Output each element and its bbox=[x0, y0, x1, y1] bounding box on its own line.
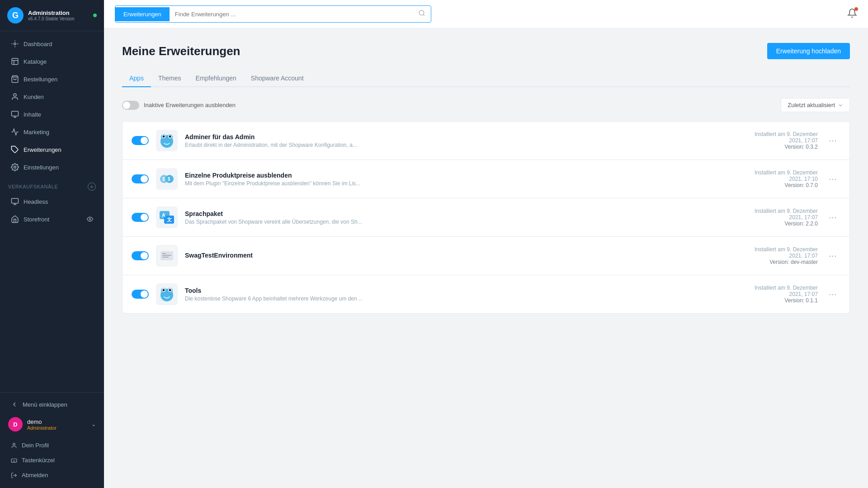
version-label: Version: 0.3.2 bbox=[755, 144, 818, 150]
extension-icon bbox=[156, 130, 178, 151]
extension-card: $ $ Einzelne Produktpreise ausblenden Mi… bbox=[122, 160, 850, 198]
extension-menu-button[interactable]: ⋯ bbox=[825, 134, 840, 147]
translate-icon: A 文 bbox=[158, 208, 176, 226]
sidebar-header: G Administration v6.4.7.0 Stable Version bbox=[0, 0, 104, 31]
user-menu-tastenkuerzel[interactable]: Tastenkürzel bbox=[3, 453, 101, 468]
notification-badge bbox=[854, 7, 858, 11]
extension-menu-button[interactable]: ⋯ bbox=[825, 249, 840, 263]
extension-toggle[interactable] bbox=[132, 213, 149, 222]
extension-name: Einzelne Produktpreise ausblenden bbox=[185, 172, 747, 179]
svg-point-3 bbox=[14, 94, 16, 96]
topbar: Erweiterungen bbox=[104, 0, 868, 28]
tab-themes[interactable]: Themes bbox=[151, 70, 189, 87]
extension-toggle[interactable] bbox=[132, 136, 149, 145]
sidebar-item-label: Bestellungen bbox=[24, 76, 57, 83]
sidebar-item-storefront[interactable]: Storefront bbox=[3, 211, 101, 228]
extension-menu-button[interactable]: ⋯ bbox=[825, 172, 840, 186]
installed-time: 2021, 17:07 bbox=[755, 137, 818, 144]
storefront-icon bbox=[11, 215, 19, 223]
extension-card: Tools Die kostenlose Shopware 6 App bein… bbox=[122, 275, 850, 314]
svg-rect-33 bbox=[162, 255, 171, 256]
extension-info: Einzelne Produktpreise ausblenden Mit de… bbox=[185, 172, 747, 187]
upload-extension-button[interactable]: Erweiterung hochladen bbox=[767, 43, 850, 59]
search-button[interactable] bbox=[413, 6, 431, 22]
sidebar-item-kunden[interactable]: Kunden bbox=[3, 88, 101, 105]
extension-description: Die kostenlose Shopware 6 App beinhaltet… bbox=[185, 296, 747, 302]
svg-rect-9 bbox=[12, 198, 19, 203]
svg-point-22 bbox=[169, 136, 171, 138]
sales-channels-section: Verkaufskanäle + bbox=[0, 176, 104, 192]
user-menu-profil[interactable]: Dein Profil bbox=[3, 438, 101, 453]
extension-toggle[interactable] bbox=[132, 251, 149, 260]
sidebar-item-dashboard[interactable]: Dashboard bbox=[3, 35, 101, 52]
extension-name: Adminer für das Admin bbox=[185, 133, 747, 141]
sidebar-item-label: Kunden bbox=[24, 94, 44, 100]
sidebar-item-label: Marketing bbox=[24, 129, 49, 136]
extension-icon bbox=[156, 245, 178, 267]
extension-toggle[interactable] bbox=[132, 174, 149, 183]
frog-icon bbox=[158, 131, 176, 150]
collapse-menu-button[interactable]: Menü einklappen bbox=[3, 396, 101, 413]
version-label: Version: 2.2.0 bbox=[755, 221, 818, 227]
installed-label: Installiert am 9. Dezember bbox=[755, 246, 818, 253]
sidebar-item-erweiterungen[interactable]: Erweiterungen bbox=[3, 141, 101, 158]
avatar: D bbox=[8, 417, 23, 432]
installed-time: 2021, 17:07 bbox=[755, 291, 818, 297]
swag-placeholder bbox=[158, 247, 176, 265]
extension-menu-button[interactable]: ⋯ bbox=[825, 287, 840, 301]
extension-icon bbox=[156, 283, 178, 305]
sidebar-item-headless[interactable]: Headless bbox=[3, 193, 101, 210]
sidebar-item-label: Dashboard bbox=[24, 41, 52, 47]
svg-rect-12 bbox=[11, 459, 17, 462]
search-icon bbox=[418, 9, 425, 17]
sort-label: Zuletzt aktualisiert bbox=[788, 102, 835, 108]
page-header: Meine Erweiterungen Erweiterung hochlade… bbox=[122, 43, 850, 59]
extension-toggle[interactable] bbox=[132, 290, 149, 299]
sidebar-item-label: Erweiterungen bbox=[24, 146, 61, 153]
sidebar: G Administration v6.4.7.0 Stable Version… bbox=[0, 0, 104, 488]
headless-icon bbox=[11, 197, 19, 206]
sidebar-item-label: Einstellungen bbox=[24, 164, 59, 171]
version-label: Version: dev-master bbox=[755, 259, 818, 265]
user-menu: Dein Profil Tastenkürzel Abmelden bbox=[3, 436, 101, 484]
collapse-label: Menü einklappen bbox=[23, 401, 67, 408]
tab-empfehlungen[interactable]: Empfehlungen bbox=[189, 70, 244, 87]
svg-point-8 bbox=[14, 166, 16, 169]
extension-info: Adminer für das Admin Erlaubt direkt in … bbox=[185, 133, 747, 148]
svg-point-40 bbox=[163, 289, 165, 291]
sidebar-item-inhalte[interactable]: Inhalte bbox=[3, 106, 101, 123]
user-info: demo Administrator bbox=[27, 418, 87, 431]
sidebar-item-bestellungen[interactable]: Bestellungen bbox=[3, 70, 101, 88]
installed-label: Installiert am 9. Dezember bbox=[755, 285, 818, 291]
svg-point-10 bbox=[89, 218, 91, 220]
tab-bar: Apps Themes Empfehlungen Shopware Accoun… bbox=[122, 70, 850, 87]
notification-button[interactable] bbox=[847, 8, 857, 20]
svg-rect-32 bbox=[162, 253, 166, 254]
extension-card: SwagTestEnvironment Installiert am 9. De… bbox=[122, 236, 850, 275]
search-input[interactable] bbox=[170, 7, 413, 21]
sidebar-item-label: Inhalte bbox=[24, 111, 41, 118]
svg-text:文: 文 bbox=[167, 217, 172, 222]
sidebar-item-einstellungen[interactable]: Einstellungen bbox=[3, 159, 101, 176]
sidebar-item-kataloge[interactable]: Kataloge bbox=[3, 53, 101, 70]
chevron-down-icon bbox=[838, 103, 843, 108]
page-content: Meine Erweiterungen Erweiterung hochlade… bbox=[104, 28, 868, 488]
add-sales-channel-button[interactable]: + bbox=[88, 183, 96, 191]
kunden-icon bbox=[11, 93, 19, 101]
inactive-toggle[interactable] bbox=[122, 101, 139, 110]
user-section[interactable]: D demo Administrator ⌄ bbox=[3, 413, 101, 436]
user-menu-abmelden[interactable]: Abmelden bbox=[3, 468, 101, 483]
tab-apps[interactable]: Apps bbox=[122, 70, 151, 87]
extension-name: Sprachpaket bbox=[185, 210, 747, 217]
svg-text:A: A bbox=[162, 212, 165, 218]
tab-shopware-account[interactable]: Shopware Account bbox=[244, 70, 311, 87]
search-tab-button[interactable]: Erweiterungen bbox=[115, 7, 170, 21]
extension-menu-button[interactable]: ⋯ bbox=[825, 211, 840, 224]
sidebar-item-marketing[interactable]: Marketing bbox=[3, 123, 101, 141]
extension-meta: Installiert am 9. Dezember 2021, 17:10 V… bbox=[755, 169, 818, 188]
price-icon: $ $ bbox=[158, 170, 176, 188]
installed-time: 2021, 17:07 bbox=[755, 214, 818, 221]
sidebar-footer: Menü einklappen D demo Administrator ⌄ D… bbox=[0, 392, 104, 488]
user-menu-label: Dein Profil bbox=[22, 442, 49, 449]
sort-button[interactable]: Zuletzt aktualisiert bbox=[781, 98, 850, 112]
